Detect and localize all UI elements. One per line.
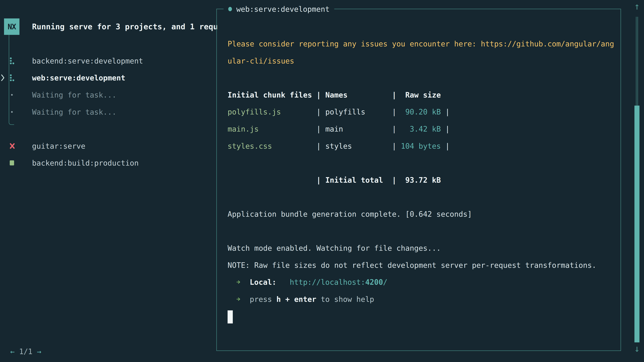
task-label: guitar:serve [32,142,85,150]
task-label: Waiting for task... [32,90,116,99]
task-label: backend:serve:development [32,56,143,65]
icon-slot [10,74,17,81]
sidebar-footer: ← 1/1 → quit: q help: ? [0,326,216,343]
terminal-text-segment: Watch mode enabled. Watching for file ch… [228,244,441,252]
terminal-text-segment: Initial chunk files | Names | Raw size [228,91,441,99]
failed-cross-icon [10,143,15,149]
terminal-line: polyfills.js | polyfills | 90.20 kB | [228,103,610,120]
terminal-line: Application bundle generation complete. … [228,206,610,223]
panel-title: web:serve:development [224,4,334,14]
terminal-line [228,223,610,240]
terminal-text-segment: 90.20 kB [401,108,441,116]
terminal-text-segment: | main | [258,125,401,133]
output-panel: web:serve:development Please consider re… [216,9,621,351]
task-row-web-serve-development[interactable]: web:serve:development [0,69,216,86]
terminal-line: Initial chunk files | Names | Raw size [228,86,610,104]
terminal-line: main.js | main | 3.42 kB | [228,120,610,138]
terminal-text-segment: | [441,142,450,150]
icon-slot [10,57,17,64]
terminal-text-segment: Application bundle generation complete. … [228,210,472,218]
terminal-cursor [228,310,233,324]
footer-keys: quit: q help: ? [128,360,199,362]
terminal-text-segment: 104 bytes [401,142,441,150]
icon-slot [10,160,17,165]
terminal-line: NOTE: Raw file sizes do not reflect deve… [228,257,610,274]
terminal-line: Please consider reporting any issues you… [228,35,610,52]
terminal-line [228,155,610,172]
terminal-text-segment [228,278,236,286]
icon-slot [10,94,17,96]
terminal-text-segment: h + enter [276,295,316,304]
task-gap [0,120,216,137]
task-label: backend:build:production [32,159,139,167]
scroll-down-icon[interactable]: ↓ [634,344,640,353]
terminal-text-segment: / [383,278,388,286]
sidebar-title: Running serve for 3 projects, and 1 requ [32,18,218,35]
nx-terminal-ui: { "colors":{ "background":"#162730","pan… [0,0,644,362]
terminal-line [228,69,610,86]
pager: ← 1/1 → [10,343,41,360]
task-row-waiting-for-task[interactable]: Waiting for task... [0,86,216,103]
terminal-text-segment [228,295,236,304]
terminal-line: styles.css | styles | 104 bytes | [228,138,610,155]
terminal-text-segment: ular-cli/issues [228,57,294,65]
terminal-text-segment: press [250,295,276,304]
task-label: Waiting for task... [32,108,116,116]
terminal-text-segment [276,278,290,286]
terminal-text-segment [241,295,250,304]
task-row-backend-serve-development[interactable]: backend:serve:development [0,52,216,69]
terminal-line: | Initial total | 93.72 kB [228,172,610,189]
spinner-icon [10,57,14,64]
icon-slot [10,111,17,113]
terminal-text-segment: styles.css [228,142,272,150]
waiting-dot-icon [11,111,13,113]
terminal-text-segment: Please consider reporting any issues you… [228,39,614,48]
task-row-backend-build-production[interactable]: backend:build:production [0,155,216,172]
scroll-up-icon[interactable]: ↑ [634,2,640,11]
pager-count: 1/1 [15,347,37,356]
arrow-right-icon [236,296,241,303]
pager-right-arrow-icon[interactable]: → [37,347,42,356]
terminal-line: Watch mode enabled. Watching for file ch… [228,240,610,257]
terminal-text-segment: main.js [228,125,258,133]
task-list: backend:serve:developmentweb:serve:devel… [0,52,216,171]
arrow-right-icon [236,279,241,285]
terminal-text-segment: | [441,108,450,116]
waiting-dot-icon [11,94,13,96]
terminal-text-segment: | [441,125,450,133]
terminal-text-segment [241,278,250,286]
scroll-thumb[interactable] [634,106,640,343]
terminal-line [228,308,610,325]
terminal-text-segment: | polyfills | [281,108,401,116]
terminal-text-segment: 4200 [365,278,383,286]
scroll-track[interactable] [636,17,638,106]
terminal-line: Local: http://localhost:4200/ [228,274,610,291]
terminal-text-segment: 3.42 kB [401,125,441,133]
terminal-text-segment: polyfills.js [228,108,281,116]
terminal-text-segment: | Initial total | 93.72 kB [228,176,441,184]
terminal-text-segment: to show help [316,295,374,304]
terminal-line: ular-cli/issues [228,52,610,69]
pager-left-arrow-icon[interactable]: ← [10,347,15,356]
selected-chevron-icon [1,74,5,81]
terminal-text-segment: NOTE: Raw file sizes do not reflect deve… [228,261,596,270]
terminal-line [228,189,610,206]
terminal-text-segment: | styles | [272,142,401,150]
running-dot-icon [228,7,232,11]
terminal-text-segment: Local: [250,278,276,286]
icon-slot [10,143,17,149]
sidebar: NX Running serve for 3 projects, and 1 r… [0,0,216,362]
task-row-waiting-for-task[interactable]: Waiting for task... [0,103,216,120]
panel-title-text: web:serve:development [236,5,330,13]
task-row-guitar-serve[interactable]: guitar:serve [0,137,216,155]
nx-logo-badge: NX [4,18,20,35]
terminal-output: Please consider reporting any issues you… [228,35,610,325]
terminal-line: press h + enter to show help [228,291,610,308]
task-label: web:serve:development [32,73,125,82]
spinner-icon [10,74,14,81]
success-square-icon [10,160,14,165]
localhost-link[interactable]: http://localhost: [290,278,365,286]
